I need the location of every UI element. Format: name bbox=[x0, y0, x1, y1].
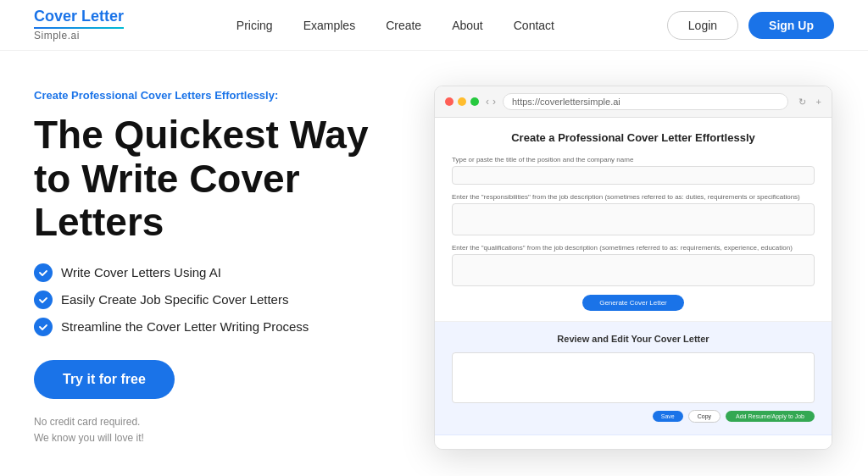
browser-content: Create a Professional Cover Letter Effor… bbox=[435, 118, 832, 450]
nav-contact[interactable]: Contact bbox=[514, 19, 554, 32]
address-bar: https://coverlettersimple.ai bbox=[503, 93, 788, 110]
app-letters-section: Your Cover Letters Job Title Company Rat… bbox=[435, 435, 832, 450]
nav-about[interactable]: About bbox=[452, 19, 483, 32]
traffic-light-green bbox=[470, 97, 479, 106]
edit-buttons: Save Copy Add Resume/Apply to Job bbox=[452, 410, 815, 423]
feature-item-1: Write Cover Letters Using AI bbox=[34, 263, 415, 282]
main-content: Create Professional Cover Letters Effort… bbox=[0, 51, 868, 476]
refresh-icon: ↻ bbox=[798, 97, 806, 108]
no-credit-text: No credit card required.We know you will… bbox=[34, 414, 415, 446]
signup-button[interactable]: Sign Up bbox=[748, 12, 834, 39]
new-tab-icon: + bbox=[816, 97, 821, 107]
check-icon-2 bbox=[34, 291, 53, 309]
url-text: https://coverlettersimple.ai bbox=[512, 97, 620, 107]
forward-arrow-icon: › bbox=[492, 96, 496, 108]
header: Cover Letter Simple.ai Pricing Examples … bbox=[0, 0, 868, 51]
letters-title: Your Cover Letters bbox=[452, 447, 815, 450]
form-textarea-3 bbox=[452, 254, 815, 286]
hero-tagline: Create Professional Cover Letters Effort… bbox=[34, 89, 415, 102]
back-arrow-icon: ‹ bbox=[486, 96, 489, 108]
main-nav: Pricing Examples Create About Contact bbox=[236, 19, 554, 32]
browser-mockup: ‹ › https://coverlettersimple.ai ↻ + Cre… bbox=[434, 86, 832, 450]
logo-tagline: Simple.ai bbox=[34, 30, 124, 42]
review-title: Review and Edit Your Cover Letter bbox=[452, 334, 815, 344]
logo-divider bbox=[34, 27, 124, 29]
hero-right: ‹ › https://coverlettersimple.ai ↻ + Cre… bbox=[432, 77, 834, 450]
form-field-responsibilities: Enter the "responsibilities" from the jo… bbox=[452, 193, 815, 235]
generate-button[interactable]: Generate Cover Letter bbox=[582, 295, 684, 311]
check-icon-1 bbox=[34, 263, 53, 282]
proceed-btn[interactable]: Add Resume/Apply to Job bbox=[726, 411, 815, 422]
feature-item-2: Easily Create Job Specific Cover Letters bbox=[34, 291, 415, 309]
browser-chrome: ‹ › https://coverlettersimple.ai ↻ + bbox=[435, 86, 832, 118]
nav-examples[interactable]: Examples bbox=[303, 19, 355, 32]
form-textarea-2 bbox=[452, 203, 815, 235]
app-review-section: Review and Edit Your Cover Letter Save C… bbox=[435, 322, 832, 435]
nav-create[interactable]: Create bbox=[386, 19, 421, 32]
feature-list: Write Cover Letters Using AI Easily Crea… bbox=[34, 263, 415, 336]
app-form-section: Create a Professional Cover Letter Effor… bbox=[435, 118, 832, 322]
form-label-1: Type or paste the title of the position … bbox=[452, 156, 815, 163]
feature-text-2: Easily Create Job Specific Cover Letters bbox=[61, 292, 288, 307]
header-buttons: Login Sign Up bbox=[667, 11, 834, 40]
copy-btn[interactable]: Copy bbox=[688, 410, 721, 423]
form-field-qualifications: Enter the "qualifications" from the job … bbox=[452, 244, 815, 286]
browser-nav-arrows: ‹ › bbox=[486, 96, 496, 108]
feature-text-1: Write Cover Letters Using AI bbox=[61, 265, 221, 280]
app-title: Create a Professional Cover Letter Effor… bbox=[452, 131, 815, 144]
form-field-position: Type or paste the title of the position … bbox=[452, 156, 815, 185]
logo: Cover Letter Simple.ai bbox=[34, 8, 124, 42]
save-btn[interactable]: Save bbox=[653, 411, 683, 422]
form-label-2: Enter the "responsibilities" from the jo… bbox=[452, 193, 815, 201]
logo-name: Cover Letter bbox=[34, 8, 124, 25]
traffic-light-red bbox=[445, 97, 453, 106]
feature-item-3: Streamline the Cover Letter Writing Proc… bbox=[34, 318, 415, 336]
hero-left: Create Professional Cover Letters Effort… bbox=[34, 80, 415, 446]
hero-headline: The Quickest Way to Write Cover Letters bbox=[34, 113, 415, 245]
try-free-button[interactable]: Try it for free bbox=[34, 360, 175, 399]
traffic-light-yellow bbox=[458, 97, 466, 106]
check-icon-3 bbox=[34, 318, 53, 336]
traffic-lights bbox=[445, 97, 479, 106]
feature-text-3: Streamline the Cover Letter Writing Proc… bbox=[61, 319, 309, 334]
login-button[interactable]: Login bbox=[667, 11, 738, 40]
nav-pricing[interactable]: Pricing bbox=[236, 19, 273, 32]
cover-letter-textarea bbox=[452, 352, 815, 403]
form-input-1 bbox=[452, 166, 815, 185]
form-label-3: Enter the "qualifications" from the job … bbox=[452, 244, 815, 252]
